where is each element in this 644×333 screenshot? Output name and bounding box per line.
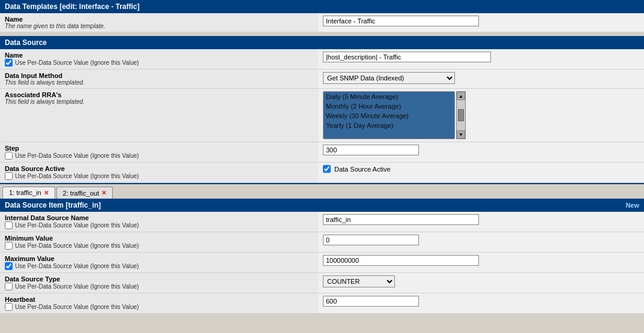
maxval-checkbox-row: Use Per-Data Source Value (Ignore this V… [5, 262, 313, 270]
ds-active-label: Data Source Active [334, 166, 391, 173]
minval-label-cell: Minimum Value Use Per-Data Source Value … [0, 232, 318, 253]
rra-scrollbar: ▲ ▼ [456, 91, 466, 139]
rra-label: Associated RRA's [5, 91, 313, 98]
step-label: Step [5, 145, 313, 152]
ds-name-checkbox-row: Use Per-Data Source Value (Ignore this V… [5, 59, 313, 67]
ds-name-label: Name [5, 52, 313, 59]
tab-traffic-out-close[interactable]: ✕ [101, 190, 106, 196]
maxval-label: Maximum Value [5, 255, 313, 262]
maxval-value-cell [318, 253, 644, 273]
hb-checkbox-label: Use Per-Data Source Value (Ignore this V… [15, 304, 139, 310]
hb-checkbox[interactable] [5, 303, 13, 311]
step-checkbox-row: Use Per-Data Source Value (Ignore this V… [5, 152, 313, 160]
name-desc: The name given to this data template. [5, 23, 313, 29]
minval-input[interactable] [323, 235, 419, 245]
name-label-cell: Name The name given to this data templat… [0, 13, 318, 32]
active-per-source-checkbox[interactable] [5, 172, 13, 180]
hb-checkbox-row: Use Per-Data Source Value (Ignore this V… [5, 303, 313, 311]
active-value-cell: Data Source Active [318, 163, 644, 183]
maxval-label-cell: Maximum Value Use Per-Data Source Value … [0, 253, 318, 273]
ds-name-checkbox[interactable] [5, 59, 13, 67]
dstype-select[interactable]: COUNTER GAUGE DERIVE ABSOLUTE [323, 275, 395, 287]
dstype-label: Data Source Type [5, 275, 313, 283]
step-value-cell [318, 142, 644, 163]
active-label: Data Source Active [5, 165, 313, 172]
dsi-item-close-bracket: ] [98, 201, 101, 209]
step-label-cell: Step Use Per-Data Source Value (Ignore t… [0, 142, 318, 163]
rra-listbox[interactable]: Daily (5 Minute Average) Monthly (2 Hour… [323, 91, 455, 139]
dstype-checkbox-label: Use Per-Data Source Value (Ignore this V… [15, 283, 139, 290]
rra-italic: This field is always templated. [5, 98, 313, 105]
minval-value-cell [318, 232, 644, 253]
maxval-checkbox-label: Use Per-Data Source Value (Ignore this V… [15, 263, 139, 269]
dim-italic: This field is always templated. [5, 79, 313, 86]
ds-name-input[interactable] [323, 52, 491, 62]
hb-label: Heartbeat [5, 296, 313, 303]
idsn-checkbox-label: Use Per-Data Source Value (Ignore this V… [15, 222, 139, 229]
idsn-value-cell [318, 212, 644, 232]
hb-value-cell [318, 293, 644, 314]
idsn-label: Internal Data Source Name [5, 214, 313, 221]
rra-label-cell: Associated RRA's This field is always te… [0, 89, 318, 142]
minval-checkbox-row: Use Per-Data Source Value (Ignore this V… [5, 242, 313, 250]
step-checkbox[interactable] [5, 152, 13, 160]
rra-option-weekly: Weekly (30 Minute Average) [324, 111, 454, 121]
name-label: Name [5, 16, 313, 23]
idsn-checkbox-row: Use Per-Data Source Value (Ignore this V… [5, 221, 313, 229]
dim-label: Data Input Method [5, 72, 313, 79]
rra-listbox-wrapper: Daily (5 Minute Average) Monthly (2 Hour… [323, 91, 639, 139]
dsi-table: Internal Data Source Name Use Per-Data S… [0, 212, 644, 314]
rra-option-daily: Daily (5 Minute Average) [324, 92, 454, 101]
data-source-header: Data Source [0, 36, 644, 49]
hb-input[interactable] [323, 296, 419, 307]
active-checkbox-row: Use Per-Data Source Value (Ignore this V… [5, 172, 313, 180]
dstype-label-cell: Data Source Type Use Per-Data Source Val… [0, 273, 318, 293]
ds-name-label-cell: Name Use Per-Data Source Value (Ignore t… [0, 49, 318, 70]
ds-name-value-cell [318, 49, 644, 70]
dstype-value-cell: COUNTER GAUGE DERIVE ABSOLUTE [318, 273, 644, 293]
idsn-checkbox[interactable] [5, 221, 13, 229]
minval-label: Minimum Value [5, 235, 313, 242]
rra-option-yearly: Yearly (1 Day Average) [324, 121, 454, 130]
tab-traffic-out-label: 2: traffic_out [63, 190, 99, 197]
name-section: Name The name given to this data templat… [0, 13, 644, 32]
scroll-up-icon[interactable]: ▲ [457, 92, 465, 100]
dsi-header-text: Data Source Item [traffic_in] [5, 201, 101, 209]
tabs-container: 1: traffic_in ✕ 2: traffic_out ✕ [0, 183, 644, 199]
active-checkbox-label: Use Per-Data Source Value (Ignore this V… [15, 173, 139, 179]
minval-checkbox-label: Use Per-Data Source Value (Ignore this V… [15, 242, 139, 249]
scroll-down-icon[interactable]: ▼ [457, 130, 465, 139]
maxval-input[interactable] [323, 255, 479, 266]
data-source-header-text: Data Source [5, 38, 47, 47]
minval-checkbox[interactable] [5, 242, 13, 250]
tab-traffic-in-label: 1: traffic_in [9, 189, 41, 196]
tab-traffic-in-close[interactable]: ✕ [44, 190, 49, 196]
data-source-table: Name Use Per-Data Source Value (Ignore t… [0, 49, 644, 183]
dsi-header: Data Source Item [traffic_in] New [0, 199, 644, 212]
tab-traffic-in[interactable]: 1: traffic_in ✕ [2, 187, 55, 199]
title-text: Data Templates [edit: Interface - Traffi… [5, 2, 140, 11]
ds-active-checkbox[interactable] [323, 165, 331, 173]
title-bar: Data Templates [edit: Interface - Traffi… [0, 0, 644, 13]
idsn-input[interactable] [323, 214, 479, 225]
step-input[interactable] [323, 145, 419, 155]
name-input[interactable] [323, 16, 479, 26]
scroll-thumb [458, 109, 464, 121]
hb-label-cell: Heartbeat Use Per-Data Source Value (Ign… [0, 293, 318, 314]
dim-value-cell: Get SNMP Data (Indexed) [318, 70, 644, 89]
maxval-checkbox[interactable] [5, 262, 13, 270]
step-checkbox-label: Use Per-Data Source Value (Ignore this V… [15, 152, 139, 159]
dsi-item-name: traffic_in [68, 201, 98, 209]
dsi-new-link[interactable]: New [625, 202, 639, 209]
rra-value-cell: Daily (5 Minute Average) Monthly (2 Hour… [318, 89, 644, 142]
tab-traffic-out[interactable]: 2: traffic_out ✕ [56, 187, 113, 199]
ds-active-row: Data Source Active [323, 165, 639, 173]
ds-name-checkbox-label: Use Per-Data Source Value (Ignore this V… [15, 59, 139, 66]
page-wrapper: Data Templates [edit: Interface - Traffi… [0, 0, 644, 314]
active-label-cell: Data Source Active Use Per-Data Source V… [0, 163, 318, 183]
dstype-checkbox[interactable] [5, 283, 13, 290]
rra-option-monthly: Monthly (2 Hour Average) [324, 101, 454, 111]
dstype-checkbox-row: Use Per-Data Source Value (Ignore this V… [5, 283, 313, 290]
dim-select[interactable]: Get SNMP Data (Indexed) [323, 72, 455, 84]
dim-label-cell: Data Input Method This field is always t… [0, 70, 318, 89]
